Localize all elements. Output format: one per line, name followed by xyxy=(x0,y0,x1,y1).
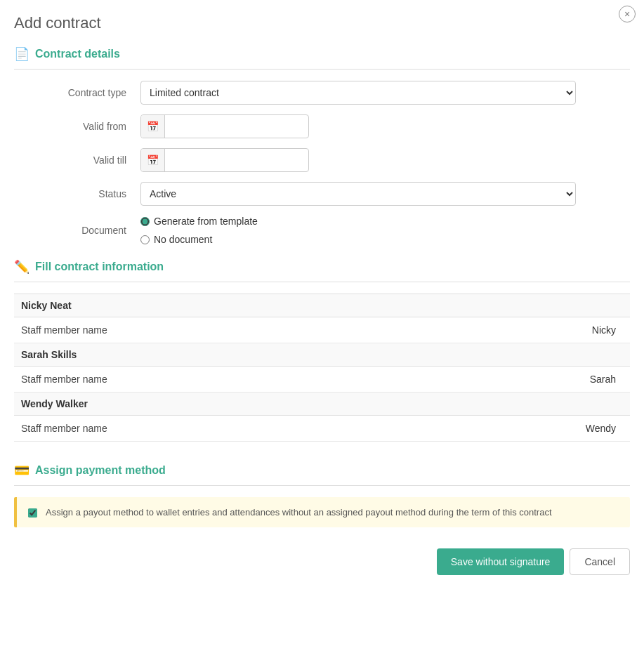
assign-payment-title: Assign payment method xyxy=(35,464,166,477)
table-row: Staff member nameSarah xyxy=(14,367,630,393)
assign-payment-section: 💳 Assign payment method Assign a payout … xyxy=(14,463,630,527)
table-group-header: Nicky Neat xyxy=(14,294,630,317)
status-field: ActiveInactive xyxy=(140,182,630,206)
save-button[interactable]: Save without signature xyxy=(437,548,565,575)
payment-notice-text: Assign a payout method to wallet entries… xyxy=(46,507,552,518)
assign-payment-checkbox[interactable] xyxy=(28,508,37,518)
document-none-option[interactable]: No document xyxy=(140,234,258,245)
document-generate-radio[interactable] xyxy=(140,217,150,226)
document-radio-group: Generate from template No document xyxy=(140,216,258,245)
close-button[interactable]: × xyxy=(619,6,636,22)
contract-type-select[interactable]: Limited contractUnlimited contractFreela… xyxy=(140,81,576,105)
table-row: Staff member nameNicky xyxy=(14,317,630,343)
contract-type-field: Limited contractUnlimited contractFreela… xyxy=(140,81,630,105)
valid-till-label: Valid till xyxy=(14,148,140,172)
contract-type-label: Contract type xyxy=(14,81,140,105)
page-title: Add contract xyxy=(14,14,630,32)
footer-actions: Save without signature Cancel xyxy=(14,548,630,575)
payment-icon: 💳 xyxy=(14,463,29,478)
assign-divider xyxy=(14,485,630,486)
group-name: Wendy Walker xyxy=(14,393,630,416)
field-value: Wendy xyxy=(421,416,630,442)
group-name: Nicky Neat xyxy=(14,294,630,317)
contract-details-form: Contract type Limited contractUnlimited … xyxy=(14,81,630,245)
calendar-icon: 📅 xyxy=(147,121,159,132)
fill-section-divider xyxy=(14,282,630,282)
calendar-icon-2: 📅 xyxy=(147,154,159,166)
document-label: Document xyxy=(14,216,140,245)
contract-details-title: Contract details xyxy=(35,48,120,60)
cancel-button[interactable]: Cancel xyxy=(570,548,630,575)
valid-from-input[interactable] xyxy=(165,121,308,132)
fill-contract-title: Fill contract information xyxy=(35,261,164,273)
close-icon: × xyxy=(624,9,630,19)
valid-from-date-wrap: 📅 xyxy=(140,114,309,138)
contract-icon: 📄 xyxy=(14,46,29,62)
document-field: Generate from template No document xyxy=(140,216,630,245)
field-label: Staff member name xyxy=(14,317,421,343)
fill-contract-table: Nicky NeatStaff member nameNickySarah Sk… xyxy=(14,294,630,442)
valid-till-field: 📅 xyxy=(140,148,630,172)
status-select[interactable]: ActiveInactive xyxy=(140,182,576,206)
valid-from-field: 📅 xyxy=(140,114,630,138)
contract-details-section: 📄 Contract details Contract type Limited… xyxy=(14,46,630,245)
field-label: Staff member name xyxy=(14,416,421,442)
fill-contract-section: ✏️ Fill contract information Nicky NeatS… xyxy=(14,259,630,442)
document-generate-option[interactable]: Generate from template xyxy=(140,216,258,227)
document-none-radio[interactable] xyxy=(140,235,150,244)
valid-from-calendar-button[interactable]: 📅 xyxy=(141,114,165,138)
valid-till-date-wrap: 📅 xyxy=(140,148,309,172)
valid-till-calendar-button[interactable]: 📅 xyxy=(141,148,165,172)
valid-till-input[interactable] xyxy=(165,154,308,166)
valid-from-label: Valid from xyxy=(14,114,140,138)
table-group-header: Wendy Walker xyxy=(14,393,630,416)
table-row: Staff member nameWendy xyxy=(14,416,630,442)
field-value: Sarah xyxy=(421,367,630,393)
table-group-header: Sarah Skills xyxy=(14,343,630,367)
document-none-label: No document xyxy=(154,234,212,245)
field-label: Staff member name xyxy=(14,367,421,393)
document-generate-label: Generate from template xyxy=(154,216,258,227)
field-value: Nicky xyxy=(421,317,630,343)
payment-notice: Assign a payout method to wallet entries… xyxy=(14,497,630,527)
group-name: Sarah Skills xyxy=(14,343,630,367)
status-label: Status xyxy=(14,182,140,206)
section-divider xyxy=(14,69,630,70)
pencil-icon: ✏️ xyxy=(14,259,29,275)
